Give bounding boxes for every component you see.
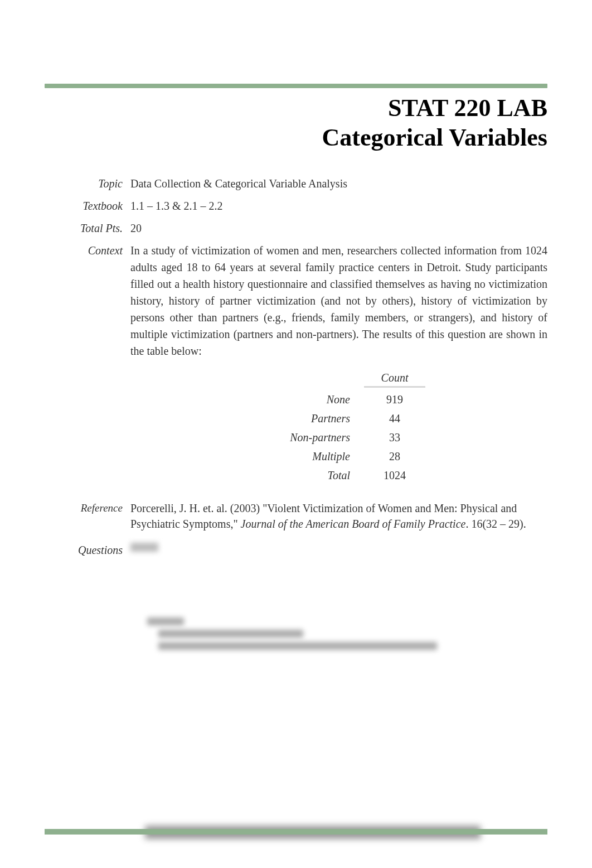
- context-value: In a study of victimization of women and…: [130, 242, 547, 495]
- questions-value: [130, 537, 547, 654]
- table-row: None 919: [244, 390, 434, 409]
- row-value-total: 1024: [356, 467, 434, 484]
- reference-suffix: . 16(32 – 29).: [465, 518, 526, 530]
- totalpts-value: 20: [130, 220, 547, 237]
- reference-journal: Journal of the American Board of Family …: [241, 518, 466, 530]
- table-header-row: Count: [244, 369, 434, 390]
- table-row: Total 1024: [244, 466, 434, 485]
- blurred-content: [130, 543, 158, 552]
- topic-label: Topic: [45, 175, 123, 192]
- row-label-nonpartners: Non-partners: [244, 429, 356, 446]
- row-label-total: Total: [244, 467, 356, 484]
- info-grid: Topic Data Collection & Categorical Vari…: [45, 175, 547, 654]
- title-line1: STAT 220 LAB: [45, 94, 547, 123]
- title-line2: Categorical Variables: [45, 123, 547, 153]
- table-row: Partners 44: [244, 409, 434, 428]
- row-value-partners: 44: [356, 410, 434, 427]
- row-label-multiple: Multiple: [244, 448, 356, 465]
- table-row: Non-partners 33: [244, 428, 434, 447]
- table-row: Multiple 28: [244, 447, 434, 466]
- count-header: Count: [356, 369, 434, 386]
- header-underline: [364, 386, 425, 388]
- textbook-value: 1.1 – 1.3 & 2.1 – 2.2: [130, 197, 547, 214]
- questions-label: Questions: [45, 542, 123, 558]
- row-value-multiple: 28: [356, 448, 434, 465]
- row-label-partners: Partners: [244, 410, 356, 427]
- topic-value: Data Collection & Categorical Variable A…: [130, 175, 547, 192]
- data-table: Count None 919 Partners 44 Non-partners …: [244, 369, 434, 485]
- row-value-nonpartners: 33: [356, 429, 434, 446]
- title-block: STAT 220 LAB Categorical Variables: [45, 94, 547, 153]
- totalpts-label: Total Pts.: [45, 220, 123, 237]
- blurred-content: [147, 618, 184, 625]
- row-value-none: 919: [356, 391, 434, 408]
- textbook-label: Textbook: [45, 197, 123, 214]
- reference-label: Reference: [45, 500, 123, 532]
- blurred-content: [158, 642, 437, 650]
- top-divider: [45, 84, 547, 88]
- blurred-content: [158, 630, 303, 638]
- context-label: Context: [45, 242, 123, 495]
- reference-value: Porcerelli, J. H. et. al. (2003) "Violen…: [130, 500, 547, 532]
- row-label-none: None: [244, 391, 356, 408]
- context-text: In a study of victimization of women and…: [130, 242, 547, 359]
- bottom-divider: [45, 829, 547, 835]
